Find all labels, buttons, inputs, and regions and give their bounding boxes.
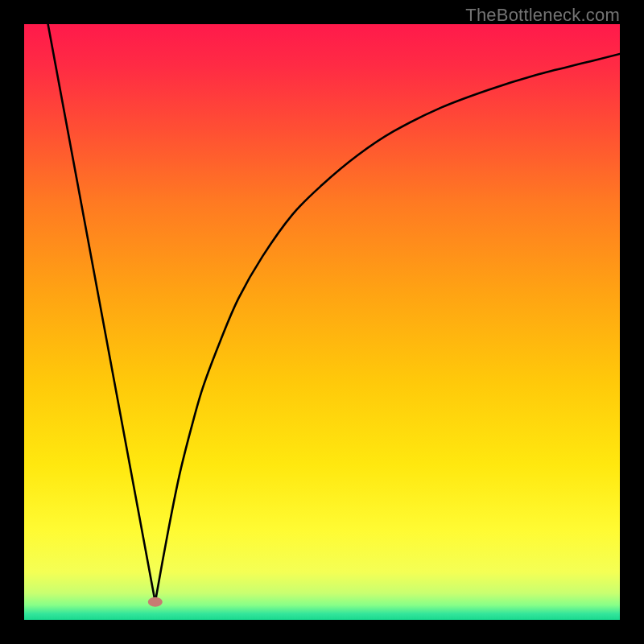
chart-svg xyxy=(24,24,620,620)
watermark-text: TheBottleneck.com xyxy=(465,5,620,26)
marker-dot xyxy=(148,597,163,607)
gradient-background xyxy=(24,24,620,620)
chart-frame xyxy=(24,24,620,620)
